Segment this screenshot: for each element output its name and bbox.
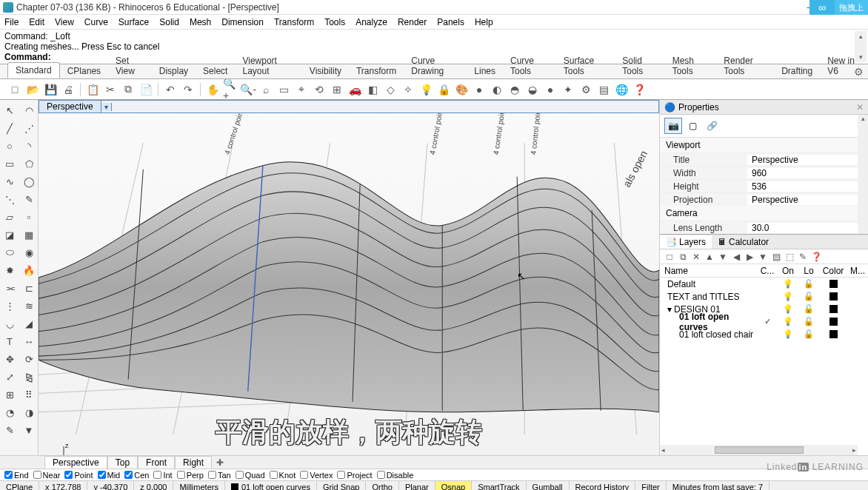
menu-tools[interactable]: Tools xyxy=(324,17,345,27)
named-view-icon[interactable]: ◇ xyxy=(383,82,398,97)
osnap-end[interactable]: End xyxy=(4,471,29,480)
rotate-icon[interactable]: ⟳ xyxy=(21,352,37,366)
move-icon[interactable]: ✥ xyxy=(1,352,18,366)
viewport-name-label[interactable]: Perspective xyxy=(39,101,101,113)
layer-color-swatch[interactable] xyxy=(829,318,838,326)
menu-analyze[interactable]: Analyze xyxy=(355,17,387,27)
zoom-window-icon[interactable]: ▭ xyxy=(276,82,291,97)
text-icon[interactable]: T xyxy=(1,334,18,349)
redo-icon[interactable]: ↷ xyxy=(181,82,196,97)
osnap-checkbox[interactable] xyxy=(300,471,308,479)
layer-bulb-icon[interactable]: 💡 xyxy=(778,304,798,314)
menu-help[interactable]: Help xyxy=(475,17,493,27)
views4-icon[interactable]: ⊞ xyxy=(330,82,344,97)
cplane-icon[interactable]: ◧ xyxy=(365,82,380,97)
osnap-perp[interactable]: Perp xyxy=(177,471,204,480)
solid-icon[interactable]: ◪ xyxy=(1,227,18,242)
copy-icon[interactable]: ⧉ xyxy=(121,82,136,97)
properties-panel-header[interactable]: 🔵 Properties ✕ xyxy=(660,100,868,115)
prop-value[interactable]: 30.0 xyxy=(747,223,868,233)
circle-icon[interactable]: ○ xyxy=(1,138,18,153)
ribbon-tab-solid-tools[interactable]: Solid Tools xyxy=(615,53,664,78)
layers-tab[interactable]: 📑Layers xyxy=(660,235,712,249)
menu-panels[interactable]: Panels xyxy=(437,17,464,27)
layer-tool-9[interactable]: ⬚ xyxy=(784,252,795,262)
ribbon-tab-transform[interactable]: Transform xyxy=(349,64,404,78)
render-color-icon[interactable]: 🎨 xyxy=(454,82,469,97)
scale-icon[interactable]: ⤢ xyxy=(1,369,18,384)
perspective-viewport[interactable]: 4 control points 4 control points 4 cont… xyxy=(39,113,659,455)
viewport-tab-front[interactable]: Front xyxy=(138,456,175,469)
layer-color-swatch[interactable] xyxy=(829,292,838,301)
layer-tool-5[interactable]: ◀ xyxy=(731,252,741,262)
ribbon-options-icon[interactable]: ⚙ xyxy=(854,66,864,78)
prop-value[interactable]: Perspective xyxy=(747,155,868,165)
ribbon-tab-visibility[interactable]: Visibility xyxy=(302,64,349,78)
offset-icon[interactable]: ≋ xyxy=(21,298,37,313)
render-prev-icon[interactable]: ● xyxy=(472,82,487,97)
layer-tool-3[interactable]: ▲ xyxy=(704,252,715,262)
shade-icon[interactable]: 🔒 xyxy=(436,82,451,97)
menu-transform[interactable]: Transform xyxy=(274,17,314,27)
layer-tool-1[interactable]: ⧉ xyxy=(678,252,688,262)
menu-render[interactable]: Render xyxy=(398,17,427,27)
osnap-disable[interactable]: Disable xyxy=(377,471,414,480)
prop-lens-length[interactable]: Lens Length30.0 xyxy=(660,221,868,234)
cut-icon[interactable]: ✂ xyxy=(103,82,118,97)
osnap-mid[interactable]: Mid xyxy=(98,471,121,480)
layers-column-headers[interactable]: Name C... On Lo Color M... xyxy=(660,264,868,278)
col-name[interactable]: Name xyxy=(660,266,757,276)
sphere-icon[interactable]: ◉ xyxy=(21,245,37,260)
ribbon-tab-curve-drawing[interactable]: Curve Drawing xyxy=(404,53,467,78)
viewport-menu-dropdown-icon[interactable]: ▾ xyxy=(101,103,112,111)
cloud-icon[interactable]: ∞ xyxy=(809,0,835,15)
box-icon[interactable]: ▫ xyxy=(21,209,37,224)
col-on[interactable]: On xyxy=(778,266,798,276)
sphere4-icon[interactable]: ● xyxy=(543,82,558,97)
array-icon[interactable]: ⋮ xyxy=(1,298,18,313)
osnap-checkbox[interactable] xyxy=(124,471,133,479)
mirror-icon[interactable]: ⧎ xyxy=(21,369,37,384)
layer-lock-icon[interactable]: 🔓 xyxy=(798,292,819,301)
osnap-knot[interactable]: Knot xyxy=(270,471,296,480)
layer-lock-icon[interactable]: 🔓 xyxy=(798,329,819,339)
construction-icon[interactable]: ✧ xyxy=(401,82,415,97)
layer-row[interactable]: 01 loft closed chair💡🔓 xyxy=(660,328,868,340)
menu-surface[interactable]: Surface xyxy=(118,17,149,27)
sketch-icon[interactable]: ✎ xyxy=(21,192,37,207)
layer-bulb-icon[interactable]: 💡 xyxy=(778,292,798,301)
ellipse-icon[interactable]: ◯ xyxy=(21,174,37,189)
subtract-icon[interactable]: ◑ xyxy=(21,405,37,420)
layer-color-swatch[interactable] xyxy=(829,305,838,313)
layer-row[interactable]: 01 loft open curves✓💡🔓 xyxy=(660,315,868,328)
layer-tool-7[interactable]: ▼ xyxy=(758,252,768,262)
ribbon-tab-render-tools[interactable]: Render Tools xyxy=(716,53,774,78)
layer-tool-11[interactable]: ❓ xyxy=(811,252,821,262)
layer-tool-2[interactable]: ✕ xyxy=(691,252,701,262)
status-01[interactable]: 01 loft open curves xyxy=(225,481,317,490)
fillet-icon[interactable]: ◡ xyxy=(1,316,18,331)
prop-projection[interactable]: ProjectionPerspective▾ xyxy=(660,192,868,206)
layer-tool-8[interactable]: ▤ xyxy=(771,252,781,262)
osnap-checkbox[interactable] xyxy=(377,471,385,479)
layer-bulb-icon[interactable]: 💡 xyxy=(778,279,798,289)
zoom-extents-icon[interactable]: ⌕ xyxy=(258,82,273,97)
light-icon[interactable]: 💡 xyxy=(418,82,433,97)
paste-icon[interactable]: 📄 xyxy=(138,82,153,97)
surface-icon[interactable]: ▱ xyxy=(1,209,18,224)
osnap-quad[interactable]: Quad xyxy=(236,471,265,480)
layer-tool-0[interactable]: □ xyxy=(664,252,675,262)
status-gumball[interactable]: Gumball xyxy=(527,481,570,490)
explode-icon[interactable]: ✸ xyxy=(1,263,18,278)
lasso-icon[interactable]: ◠ xyxy=(21,103,37,118)
prop-value[interactable]: 960 xyxy=(747,168,868,178)
cloud-badge[interactable]: ∞ 拖拽上 xyxy=(809,0,868,15)
boolean-icon[interactable]: ◔ xyxy=(1,405,18,420)
curve-icon[interactable]: ∿ xyxy=(1,174,18,189)
status-x[interactable]: x 172.788 xyxy=(39,481,87,490)
osnap-checkbox[interactable] xyxy=(177,471,185,479)
menu-view[interactable]: View xyxy=(55,17,74,27)
menu-dimension[interactable]: Dimension xyxy=(221,17,264,27)
layer-tool-10[interactable]: ✎ xyxy=(798,252,808,262)
prop-mode-2[interactable]: 🔗 xyxy=(703,118,721,134)
